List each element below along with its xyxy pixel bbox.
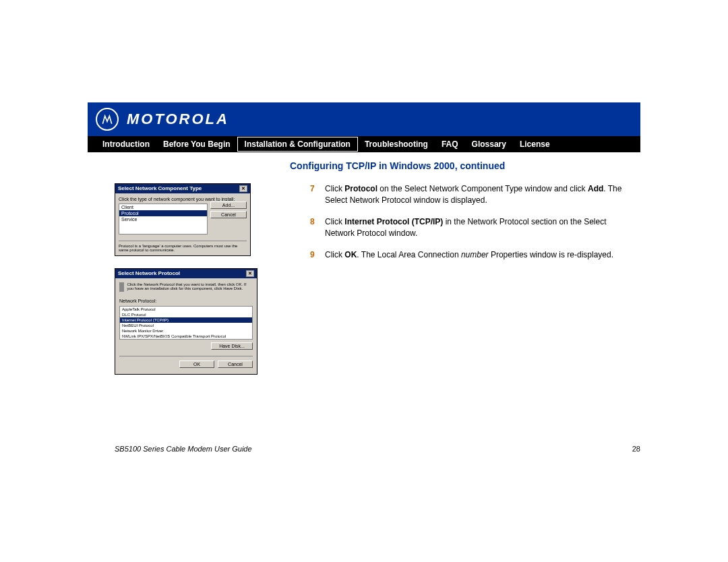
- dialog2-item-netbeui[interactable]: NetBEUI Protocol: [120, 323, 252, 328]
- nav-faq[interactable]: FAQ: [435, 137, 465, 151]
- select-component-type-dialog: Select Network Component Type ✕ Click th…: [115, 183, 251, 256]
- dialog2-close-icon[interactable]: ✕: [246, 270, 254, 277]
- body-row: Select Network Component Type ✕ Click th…: [88, 183, 640, 387]
- dialog2-title-text: Select Network Protocol: [118, 270, 180, 277]
- step-9: 9 Click OK. The Local Area Connection nu…: [310, 249, 634, 261]
- dialog1-description: Protocol is a 'language' a computer uses…: [119, 241, 247, 252]
- page-footer: SB5100 Series Cable Modem User Guide 28: [115, 445, 640, 453]
- dialog2-ok-button[interactable]: OK: [179, 361, 214, 368]
- content-area: Configuring TCP/IP in Windows 2000, cont…: [88, 152, 640, 387]
- page-title: Configuring TCP/IP in Windows 2000, cont…: [290, 160, 640, 171]
- step-7: 7 Click Protocol on the Select Network C…: [310, 183, 634, 207]
- dialog1-cancel-button[interactable]: Cancel: [210, 211, 247, 218]
- dialog1-close-icon[interactable]: ✕: [239, 185, 247, 192]
- steps-column: 7 Click Protocol on the Select Network C…: [290, 183, 640, 270]
- dialog1-add-button[interactable]: Add...: [210, 201, 247, 209]
- footer-guide-title: SB5100 Series Cable Modem User Guide: [115, 445, 252, 453]
- dialog1-item-client[interactable]: Client: [119, 204, 207, 210]
- dialog2-cancel-button[interactable]: Cancel: [218, 361, 253, 368]
- protocol-icon: [119, 282, 124, 292]
- nav-bar: Introduction Before You Begin Installati…: [88, 136, 640, 152]
- dialog2-titlebar: Select Network Protocol ✕: [115, 269, 257, 278]
- step-7-number: 7: [310, 183, 325, 207]
- dialog1-title-text: Select Network Component Type: [118, 185, 202, 192]
- nav-glossary[interactable]: Glossary: [465, 137, 513, 151]
- footer-page-number: 28: [632, 445, 640, 453]
- dialog2-prompt: Click the Network Protocol that you want…: [127, 282, 253, 290]
- brand-banner: MOTOROLA: [88, 102, 640, 136]
- step-8-number: 8: [310, 216, 325, 240]
- dialog2-havedisk-button[interactable]: Have Disk...: [211, 342, 253, 350]
- step-9-number: 9: [310, 249, 325, 261]
- dialog2-item-nwlink[interactable]: NWLink IPX/SPX/NetBIOS Compatible Transp…: [120, 334, 252, 339]
- screenshots-column: Select Network Component Type ✕ Click th…: [88, 183, 290, 387]
- step-7-text: Click Protocol on the Select Network Com…: [325, 183, 634, 207]
- dialog2-item-tcpip[interactable]: Internet Protocol (TCP/IP): [120, 317, 252, 323]
- nav-introduction[interactable]: Introduction: [96, 137, 156, 151]
- dialog2-list[interactable]: AppleTalk Protocol DLC Protocol Internet…: [119, 306, 253, 340]
- nav-before-you-begin[interactable]: Before You Begin: [156, 137, 237, 151]
- dialog1-item-protocol[interactable]: Protocol: [119, 210, 207, 216]
- nav-troubleshooting[interactable]: Troubleshooting: [358, 137, 435, 151]
- dialog1-list[interactable]: Client Protocol Service: [119, 204, 208, 235]
- step-9-text: Click OK. The Local Area Connection numb…: [325, 249, 613, 261]
- dialog2-item-dlc[interactable]: DLC Protocol: [120, 312, 252, 317]
- step-8: 8 Click Internet Protocol (TCP/IP) in th…: [310, 216, 634, 240]
- nav-installation-configuration[interactable]: Installation & Configuration: [237, 137, 358, 152]
- brand-text: MOTOROLA: [127, 111, 229, 128]
- dialog1-titlebar: Select Network Component Type ✕: [115, 184, 250, 193]
- motorola-logo-icon: [96, 108, 119, 131]
- document-page: MOTOROLA Introduction Before You Begin I…: [88, 102, 640, 387]
- dialog2-item-appletalk[interactable]: AppleTalk Protocol: [120, 307, 252, 312]
- dialog1-prompt: Click the type of network component you …: [119, 197, 247, 201]
- select-network-protocol-dialog: Select Network Protocol ✕ Click the Netw…: [115, 268, 257, 375]
- dialog2-item-monitor[interactable]: Network Monitor Driver: [120, 328, 252, 334]
- nav-license[interactable]: License: [513, 137, 557, 151]
- dialog2-section-label: Network Protocol:: [119, 299, 253, 303]
- dialog1-item-service[interactable]: Service: [119, 216, 207, 222]
- step-8-text: Click Internet Protocol (TCP/IP) in the …: [325, 216, 634, 240]
